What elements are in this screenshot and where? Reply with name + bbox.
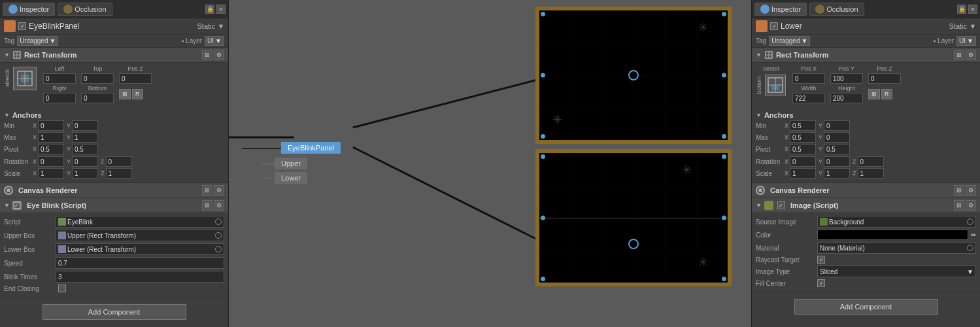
- right-image-checkbox[interactable]: [777, 201, 785, 209]
- right-layer-dropdown[interactable]: UI ▼: [956, 36, 976, 46]
- left-scale-y[interactable]: [72, 168, 98, 179]
- right-menu-btn[interactable]: ≡: [968, 5, 977, 14]
- right-scale-x[interactable]: [790, 168, 816, 179]
- upper-handle-tl[interactable]: [541, 12, 545, 16]
- left-rt-right-input[interactable]: [43, 93, 76, 103]
- left-script-edit-btn[interactable]: ⊞: [202, 200, 212, 211]
- right-rt-gear-btn[interactable]: ⚙: [966, 50, 976, 60]
- right-raycast-checkbox[interactable]: [817, 256, 825, 264]
- tree-child-upper[interactable]: Upper: [275, 158, 307, 169]
- left-rt-reset-btn[interactable]: R: [132, 89, 143, 99]
- right-static-dropdown[interactable]: ▼: [970, 23, 976, 29]
- left-anchors-header[interactable]: ▼ Anchors: [4, 110, 224, 120]
- left-anchor-max-y[interactable]: [72, 132, 98, 143]
- right-rt-posx-input[interactable]: [792, 73, 825, 84]
- left-anchor-min-x[interactable]: [38, 120, 64, 131]
- right-tab-inspector[interactable]: Inspector: [754, 3, 807, 16]
- left-anchor-pivot-x[interactable]: [38, 144, 64, 154]
- left-script-header[interactable]: ▼ Eye Blink (Script) ⊞ ⚙: [0, 198, 228, 213]
- right-rt-edit-btn[interactable]: ⊞: [954, 50, 964, 60]
- left-layer-dropdown[interactable]: UI ▼: [205, 36, 224, 46]
- right-rt-height-input[interactable]: [830, 93, 863, 103]
- left-rot-z[interactable]: [106, 156, 132, 167]
- upper-handle-tr[interactable]: [722, 12, 726, 16]
- right-scale-z[interactable]: [858, 168, 884, 179]
- tree-root-node[interactable]: EyeBlinkPanel: [281, 142, 341, 154]
- right-rot-y[interactable]: [824, 156, 850, 167]
- right-anchor-max-y[interactable]: [824, 132, 850, 143]
- right-rt-r-btn[interactable]: ⊞: [868, 89, 880, 99]
- left-scale-x[interactable]: [38, 168, 64, 179]
- right-rt-posy-input[interactable]: [830, 73, 863, 84]
- left-upper-target[interactable]: [215, 232, 222, 239]
- left-obj-checkbox[interactable]: [18, 22, 26, 30]
- left-rt-side-icon[interactable]: [13, 67, 37, 90]
- right-anchor-pivot-x[interactable]: [790, 144, 816, 154]
- left-rt-left-input[interactable]: [43, 73, 76, 84]
- left-rt-posz-input[interactable]: [119, 73, 152, 84]
- right-tab-occlusion[interactable]: Occlusion: [809, 3, 864, 16]
- right-cr-edit-btn[interactable]: ⊞: [954, 185, 964, 196]
- left-lower-target[interactable]: [215, 246, 222, 252]
- right-rt-reset-btn[interactable]: R: [881, 89, 892, 99]
- right-scale-y[interactable]: [824, 168, 850, 179]
- right-rt-header[interactable]: ▼ Rect Transform ⊞ ⚙: [752, 48, 980, 63]
- right-anchor-min-y[interactable]: [824, 120, 850, 131]
- left-lock-btn[interactable]: 🔒: [205, 5, 214, 14]
- left-script-checkbox[interactable]: [14, 202, 20, 209]
- left-cr-edit-btn[interactable]: ⊞: [202, 185, 212, 196]
- left-tab-inspector[interactable]: Inspector: [3, 3, 55, 16]
- lower-handle-mr[interactable]: [722, 216, 726, 220]
- upper-handle-mr[interactable]: [722, 73, 726, 78]
- left-rt-bottom-input[interactable]: [81, 93, 114, 103]
- upper-handle-bl[interactable]: [541, 134, 545, 139]
- right-image-type-dropdown[interactable]: Sliced ▼: [817, 266, 976, 277]
- lower-handle-br[interactable]: [722, 277, 726, 281]
- right-image-script-header[interactable]: ▼ Image (Script) ⊞ ⚙: [752, 198, 980, 213]
- lower-handle-tr[interactable]: [722, 154, 726, 159]
- left-anchor-max-x[interactable]: [38, 132, 64, 143]
- left-anchor-pivot-y[interactable]: [72, 144, 98, 154]
- lower-handle-tl[interactable]: [541, 154, 545, 159]
- left-menu-btn[interactable]: ≡: [216, 5, 226, 14]
- left-script-gear-btn[interactable]: ⚙: [214, 200, 224, 211]
- lower-handle-bl[interactable]: [541, 277, 545, 281]
- right-material-target[interactable]: [967, 245, 973, 251]
- left-script-target[interactable]: [215, 218, 222, 225]
- right-color-swatch[interactable]: [817, 230, 968, 240]
- left-canvas-renderer-header[interactable]: Canvas Renderer ⊞ ⚙: [0, 183, 228, 198]
- left-scale-z[interactable]: [106, 168, 132, 179]
- tree-child-lower[interactable]: Lower: [275, 172, 307, 184]
- right-anchor-max-x[interactable]: [790, 132, 816, 143]
- left-rt-edit-btn[interactable]: ⊞: [202, 50, 212, 60]
- right-source-target[interactable]: [967, 218, 973, 225]
- left-rt-r-btn[interactable]: ⊞: [119, 89, 131, 99]
- upper-handle-br[interactable]: [722, 134, 726, 139]
- right-image-gear-btn[interactable]: ⚙: [966, 200, 976, 211]
- right-fill-center-checkbox[interactable]: [817, 279, 825, 287]
- left-cr-gear-btn[interactable]: ⚙: [214, 185, 224, 196]
- right-canvas-renderer-header[interactable]: Canvas Renderer ⊞ ⚙: [752, 183, 980, 198]
- left-rt-top-input[interactable]: [81, 73, 114, 84]
- left-rot-y[interactable]: [72, 156, 98, 167]
- left-rt-gear-btn[interactable]: ⚙: [214, 50, 224, 60]
- right-rt-posz-input[interactable]: [868, 73, 901, 84]
- right-cr-gear-btn[interactable]: ⚙: [966, 185, 976, 196]
- right-anchor-pivot-y[interactable]: [824, 144, 850, 154]
- left-tag-dropdown[interactable]: Untagged ▼: [17, 36, 58, 46]
- right-obj-checkbox[interactable]: [770, 22, 778, 30]
- right-rot-z[interactable]: [858, 156, 884, 167]
- right-rt-side-icon[interactable]: [765, 75, 786, 95]
- right-lock-btn[interactable]: 🔒: [957, 5, 966, 14]
- right-pencil-icon[interactable]: ✏: [971, 232, 976, 239]
- right-rot-x[interactable]: [790, 156, 816, 167]
- left-rect-transform-header[interactable]: ▼ Rect Transform ⊞ ⚙: [0, 48, 228, 63]
- left-static-dropdown[interactable]: ▼: [218, 23, 224, 29]
- right-tag-dropdown[interactable]: Untagged ▼: [769, 36, 810, 46]
- left-add-component-btn[interactable]: Add Component: [42, 304, 186, 320]
- upper-handle-ml[interactable]: [541, 73, 545, 78]
- lower-handle-ml[interactable]: [541, 216, 545, 220]
- right-add-component-btn[interactable]: Add Component: [794, 299, 938, 315]
- left-anchor-min-y[interactable]: [72, 120, 98, 131]
- left-rot-x[interactable]: [38, 156, 64, 167]
